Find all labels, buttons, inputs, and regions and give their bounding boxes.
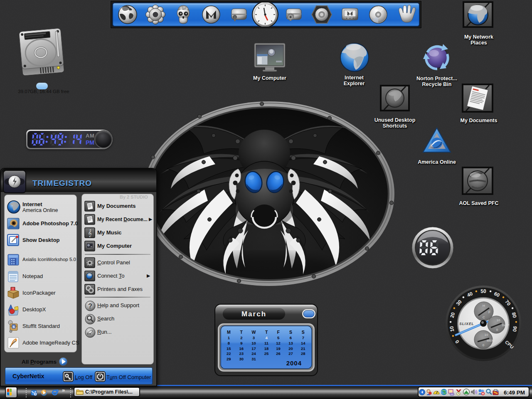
svg-text:S: S xyxy=(289,330,292,335)
svg-text:7: 7 xyxy=(302,335,304,340)
svg-text:15: 15 xyxy=(227,346,231,351)
svg-text:C: C xyxy=(483,315,485,319)
svg-text:SWP: SWP xyxy=(502,323,509,327)
svg-text:W: W xyxy=(252,330,256,335)
svg-text:19: 19 xyxy=(276,346,281,351)
svg-text:6: 6 xyxy=(290,335,292,340)
svg-text:14: 14 xyxy=(301,341,305,345)
svg-text:T: T xyxy=(240,330,243,335)
svg-text:H: H xyxy=(483,304,485,308)
svg-text:3: 3 xyxy=(253,335,255,340)
svg-text:23: 23 xyxy=(239,351,244,356)
svg-text:?: ? xyxy=(88,303,92,310)
svg-text:25: 25 xyxy=(264,351,269,356)
svg-text:10: 10 xyxy=(448,325,455,332)
svg-text:M: M xyxy=(227,330,231,335)
svg-text:9: 9 xyxy=(240,341,242,345)
svg-text:28: 28 xyxy=(301,351,305,356)
svg-text:22: 22 xyxy=(227,351,231,356)
svg-text:March: March xyxy=(241,310,266,318)
svg-text:27: 27 xyxy=(288,351,293,356)
svg-text:S: S xyxy=(12,325,15,329)
svg-text:10: 10 xyxy=(485,333,488,337)
svg-text:F: F xyxy=(277,330,280,335)
svg-text:18: 18 xyxy=(264,346,269,351)
svg-text:𝄞: 𝄞 xyxy=(88,229,91,237)
svg-text:31: 31 xyxy=(251,357,256,361)
svg-text:1: 1 xyxy=(228,335,230,340)
svg-text:24: 24 xyxy=(251,351,256,356)
svg-text:21: 21 xyxy=(301,346,305,351)
svg-text:17: 17 xyxy=(251,346,256,351)
svg-text:0: 0 xyxy=(483,343,485,347)
svg-text:2: 2 xyxy=(240,335,242,340)
svg-text:SLIXEL: SLIXEL xyxy=(459,322,474,326)
svg-text:16: 16 xyxy=(239,346,244,351)
svg-text:5: 5 xyxy=(277,335,280,340)
svg-text:0: 0 xyxy=(496,328,498,332)
svg-text:29: 29 xyxy=(227,357,231,361)
svg-text:12: 12 xyxy=(276,341,281,345)
svg-text:8: 8 xyxy=(228,341,230,345)
svg-text:S: S xyxy=(302,330,305,335)
svg-text:13: 13 xyxy=(288,341,293,345)
svg-text:20: 20 xyxy=(288,346,293,351)
svg-text:T: T xyxy=(265,330,268,335)
svg-text:11: 11 xyxy=(264,341,269,345)
svg-text:30: 30 xyxy=(239,357,244,361)
svg-text:2004: 2004 xyxy=(286,360,302,367)
svg-text:90: 90 xyxy=(512,326,518,332)
svg-text:F: F xyxy=(488,310,491,314)
svg-text:50: 50 xyxy=(480,288,486,294)
svg-text:26: 26 xyxy=(276,351,281,356)
svg-text:10: 10 xyxy=(497,318,500,322)
svg-text:4: 4 xyxy=(265,335,268,340)
svg-text:10: 10 xyxy=(251,341,256,345)
